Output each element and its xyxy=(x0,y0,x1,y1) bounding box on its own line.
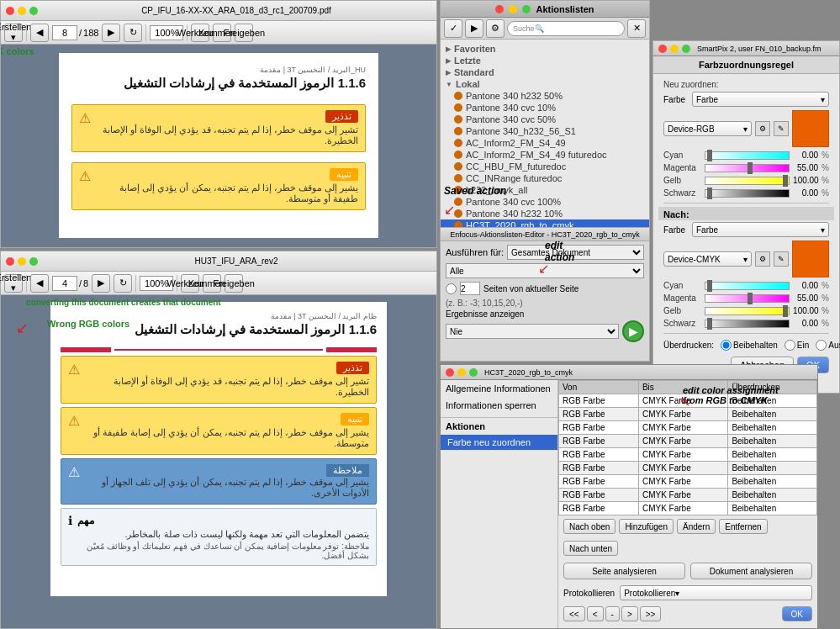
run-action-btn[interactable]: ▶ xyxy=(622,320,644,342)
tree-item-2[interactable]: Pantone 340 cvc 50% xyxy=(441,114,649,125)
pp-minimize[interactable] xyxy=(457,368,466,377)
cr-magenta-track[interactable] xyxy=(705,164,790,172)
cr-cyan-track[interactable] xyxy=(705,151,790,160)
cr-to-magenta-track[interactable] xyxy=(705,294,790,303)
btn-dokument[interactable]: Dokument analysieren xyxy=(690,563,812,579)
nav-prev-bottom[interactable]: ◀ xyxy=(30,274,49,293)
cr-to-magenta-thumb[interactable] xyxy=(748,293,753,304)
btn-hinzufugen[interactable]: Hinzufügen xyxy=(619,519,674,534)
cr-close[interactable] xyxy=(658,45,667,53)
tree-recent[interactable]: ▶ Letzte xyxy=(441,55,649,66)
cr-gelb-thumb[interactable] xyxy=(783,175,788,187)
pp-maximize[interactable] xyxy=(469,368,478,377)
cr-edit-btn[interactable]: ✎ xyxy=(774,121,789,136)
btn-ok-props[interactable]: OK xyxy=(782,606,812,621)
cr-gelb-track[interactable] xyxy=(705,177,790,185)
cr-colorspace-selector[interactable]: Device-RGB ▾ xyxy=(663,121,752,136)
cr-to-cyan-track[interactable] xyxy=(705,282,790,290)
cr-magenta-thumb[interactable] xyxy=(748,162,753,174)
btn-seite[interactable]: Seite analysieren xyxy=(563,563,685,579)
cr-radio-beibehalten[interactable] xyxy=(721,340,732,351)
page-input[interactable] xyxy=(52,25,77,40)
al-search[interactable]: Suche 🔍 xyxy=(507,21,625,36)
al-close[interactable] xyxy=(495,5,504,13)
freigeben-tab-bottom[interactable]: Freigeben xyxy=(225,274,243,293)
btn-left[interactable]: < xyxy=(587,606,604,621)
protokoll-select[interactable]: Protokollieren ▾ xyxy=(620,585,812,600)
run-select[interactable]: Gesamtes Dokument xyxy=(507,245,644,260)
cr-uberdruck-ein[interactable]: Ein xyxy=(785,340,809,351)
maximize-btn-top[interactable] xyxy=(29,7,38,15)
props-allgemein[interactable]: Allgemeine Informationen xyxy=(441,380,557,397)
al-minimize[interactable] xyxy=(509,5,517,13)
cr-maximize[interactable] xyxy=(682,45,690,53)
results-select[interactable]: Nie xyxy=(446,324,619,339)
minimize-btn-top[interactable] xyxy=(18,7,26,15)
nav-next-bottom[interactable]: ▶ xyxy=(92,274,110,293)
cr-minimize[interactable] xyxy=(670,45,679,53)
al-check-btn[interactable]: ✓ xyxy=(444,19,462,38)
cr-radio-ein[interactable] xyxy=(785,340,795,351)
cr-cyan-thumb[interactable] xyxy=(707,150,712,161)
al-play-btn[interactable]: ▶ xyxy=(465,19,483,38)
page-input-bottom[interactable] xyxy=(52,276,77,291)
cr-to-selector[interactable]: Farbe ▾ xyxy=(692,222,829,237)
tree-favorites[interactable]: ▶ Favoriten xyxy=(441,43,649,55)
pages-value[interactable] xyxy=(460,282,480,295)
btn-leftleft[interactable]: << xyxy=(563,606,585,621)
freigeben-tab[interactable]: Freigeben xyxy=(235,24,253,42)
btn-nach-unten[interactable]: Nach unten xyxy=(563,541,618,556)
tree-item-7[interactable]: CC_INRange futuredoc xyxy=(441,172,649,184)
btn-right[interactable]: > xyxy=(621,606,638,621)
cr-settings-btn[interactable]: ⚙ xyxy=(755,121,770,136)
al-filter-btn[interactable]: ⚙ xyxy=(486,19,505,38)
tree-item-10[interactable]: Pantone 340 h232 10% xyxy=(441,208,649,219)
cr-schwarz-track[interactable] xyxy=(705,189,790,198)
btn-minus[interactable]: - xyxy=(605,606,620,621)
btn-andern[interactable]: Ändern xyxy=(677,519,716,534)
pages-radio-1[interactable] xyxy=(446,283,457,294)
props-sperren[interactable]: Informationen sperren xyxy=(441,397,557,414)
tree-item-4[interactable]: AC_Inform2_FM_S4_49 xyxy=(441,137,649,149)
cr-to-gelb-track[interactable] xyxy=(705,307,790,315)
tree-standard[interactable]: ▶ Standard xyxy=(441,66,649,78)
cr-schwarz-thumb[interactable] xyxy=(707,188,712,199)
rotate-btn[interactable]: ↻ xyxy=(124,24,142,42)
cr-uberdruck-beibehalten[interactable]: Beibehalten xyxy=(721,340,778,351)
al-maximize[interactable] xyxy=(522,5,531,13)
erstellen-btn[interactable]: Erstellen ▾ xyxy=(4,24,23,42)
close-btn-bottom[interactable] xyxy=(6,257,14,266)
chevron-protokoll: ▾ xyxy=(675,589,679,598)
minimize-btn-bottom[interactable] xyxy=(18,257,26,266)
tree-item-0[interactable]: Pantone 340 h232 50% xyxy=(441,90,649,102)
cr-to-schwarz-thumb[interactable] xyxy=(707,318,712,330)
tree-item-6[interactable]: CC_HBU_FM_futuredoc xyxy=(441,161,649,172)
cr-to-row: Farbe Farbe ▾ xyxy=(658,220,834,239)
nav-prev[interactable]: ◀ xyxy=(30,24,49,42)
tree-item-9[interactable]: Pantone 340 cvc 100% xyxy=(441,196,649,208)
erstellen-btn-bottom[interactable]: Erstellen ▾ xyxy=(4,274,23,293)
btn-rightright[interactable]: >> xyxy=(640,606,662,621)
al-close-btn[interactable]: ✕ xyxy=(627,19,646,38)
tree-local[interactable]: ▼ Lokal xyxy=(441,78,649,90)
tree-item-1[interactable]: Pantone 340 cvc 10% xyxy=(441,102,649,114)
btn-entfernen[interactable]: Entfernen xyxy=(719,519,767,534)
tree-item-5[interactable]: AC_Inform2_FM_S4_49 futuredoc xyxy=(441,149,649,161)
cr-von-selector[interactable]: Farbe ▾ xyxy=(692,92,829,107)
cr-to-schwarz-track[interactable] xyxy=(705,320,790,328)
tree-item-3[interactable]: Pantone 340_h232_56_S1 xyxy=(441,125,649,137)
nav-next[interactable]: ▶ xyxy=(102,24,120,42)
cr-to-cyan-thumb[interactable] xyxy=(707,280,712,292)
action-farbe-zuordnen[interactable]: Farbe neu zuordnen xyxy=(441,435,557,451)
cr-to-colorspace-selector[interactable]: Device-CMYK ▾ xyxy=(663,251,752,267)
cr-edit-btn-2[interactable]: ✎ xyxy=(774,251,789,267)
cr-to-gelb-thumb[interactable] xyxy=(783,305,788,317)
btn-nach-oben[interactable]: Nach oben xyxy=(563,519,615,534)
cr-uberdruck-aus[interactable]: Aus xyxy=(816,340,840,351)
rotate-btn-bottom[interactable]: ↻ xyxy=(114,274,132,293)
close-btn-top[interactable] xyxy=(6,7,14,15)
cr-radio-aus[interactable] xyxy=(816,340,827,351)
cr-settings-btn-2[interactable]: ⚙ xyxy=(755,251,770,267)
maximize-btn-bottom[interactable] xyxy=(29,257,38,266)
pp-close[interactable] xyxy=(446,368,454,377)
